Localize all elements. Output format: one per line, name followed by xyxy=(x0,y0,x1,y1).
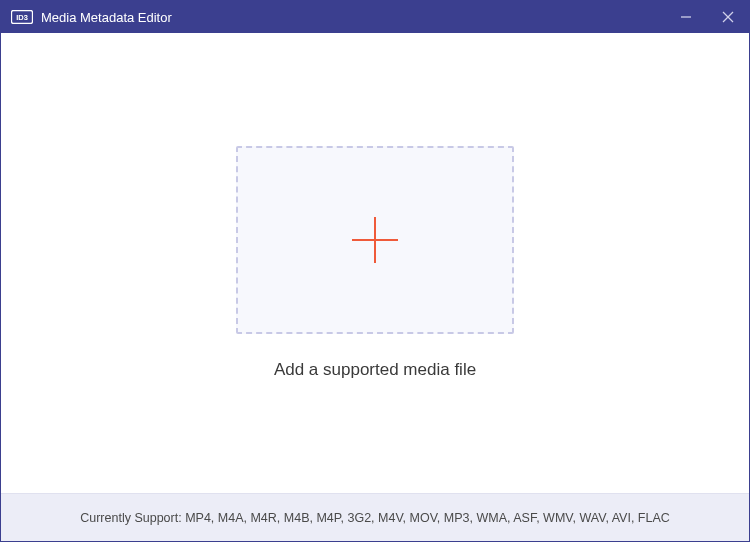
close-icon xyxy=(722,11,734,23)
minimize-button[interactable] xyxy=(665,1,707,33)
titlebar: ID3 Media Metadata Editor xyxy=(1,1,749,33)
app-icon: ID3 xyxy=(11,9,33,25)
svg-text:ID3: ID3 xyxy=(16,13,28,22)
add-file-prompt: Add a supported media file xyxy=(274,360,476,380)
footer-bar: Currently Support: MP4, M4A, M4R, M4B, M… xyxy=(1,493,749,541)
add-file-dropzone[interactable] xyxy=(236,146,514,334)
supported-formats-list: MP4, M4A, M4R, M4B, M4P, 3G2, M4V, MOV, … xyxy=(185,511,670,525)
main-content: Add a supported media file xyxy=(1,33,749,493)
minimize-icon xyxy=(680,11,692,23)
window-title: Media Metadata Editor xyxy=(41,10,172,25)
plus-icon xyxy=(346,211,404,269)
supported-formats-label: Currently Support: xyxy=(80,511,181,525)
close-button[interactable] xyxy=(707,1,749,33)
app-window: ID3 Media Metadata Editor Add a supporte… xyxy=(0,0,750,542)
